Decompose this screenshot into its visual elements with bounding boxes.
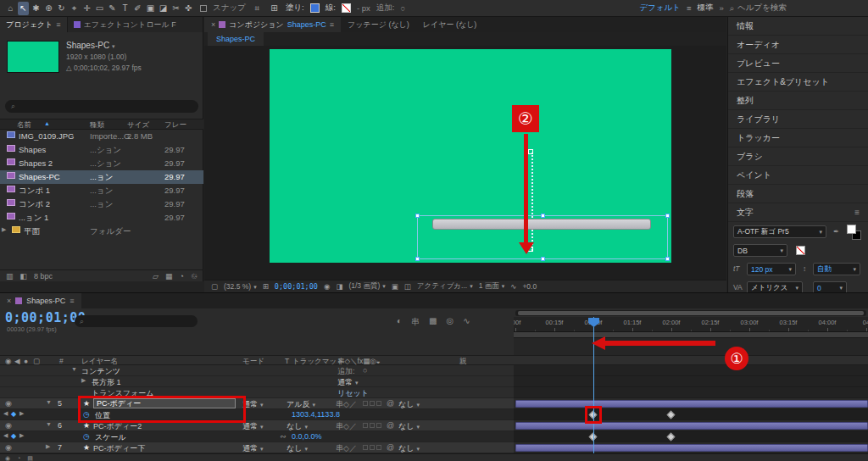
twirl-open-icon[interactable]: ▼ xyxy=(46,421,52,427)
panel-audio[interactable]: オーディオ xyxy=(728,36,868,54)
row-rectangle-group[interactable]: ▶ 長方形 1 通常▾ xyxy=(0,376,868,387)
puppet-pin-tool-icon[interactable]: ✜ xyxy=(183,2,194,15)
new-folder-icon[interactable]: ▱ xyxy=(153,272,159,280)
panel-libraries[interactable]: ライブラリ xyxy=(728,110,868,129)
tab-composition[interactable]: × コンポジション Shapes-PC ≡ xyxy=(204,17,341,32)
next-keyframe-icon[interactable]: ▶ xyxy=(19,410,24,417)
panel-info[interactable]: 情報 xyxy=(728,17,868,36)
tracking-dropdown[interactable]: 0▾ xyxy=(813,281,847,292)
home-icon[interactable]: ⌂ xyxy=(5,2,16,15)
project-item-row[interactable]: Shapes ...ション 29.97 xyxy=(0,143,203,157)
hand-tool-icon[interactable]: ✱ xyxy=(31,2,42,15)
resolution-dropdown[interactable]: (1/3 画質)▾ xyxy=(348,281,385,292)
font-style-dropdown[interactable]: DB▾ xyxy=(733,244,787,257)
no-color-swatch[interactable] xyxy=(796,246,805,255)
switch-checkbox[interactable] xyxy=(363,423,368,428)
close-icon[interactable]: × xyxy=(211,20,215,29)
switch-checkbox[interactable] xyxy=(363,445,368,450)
active-item-name[interactable]: Shapes-PC ▾ xyxy=(66,40,142,52)
panel-effects-presets[interactable]: エフェクト&プリセット xyxy=(728,73,868,92)
shy-layers-icon[interactable]: 串 xyxy=(411,316,420,328)
interpret-footage-icon[interactable]: ▥ xyxy=(6,272,14,280)
column-matte-t[interactable]: T xyxy=(285,357,289,365)
keyframe[interactable] xyxy=(667,411,676,419)
add-circle-icon[interactable]: ○ xyxy=(363,366,367,375)
shape-tool-icon[interactable]: ▭ xyxy=(94,2,105,15)
switch-checkbox[interactable] xyxy=(376,423,381,428)
keyframe[interactable] xyxy=(667,433,676,442)
parent-pickwhip-icon[interactable]: @ xyxy=(387,399,394,408)
eye-icon[interactable]: ◉ xyxy=(5,443,12,452)
panel-paragraph[interactable]: 段落 xyxy=(728,185,868,203)
magnification-dropdown[interactable]: (32.5 %)▾ xyxy=(224,282,257,291)
parent-pickwhip-icon[interactable]: @ xyxy=(387,421,394,430)
help-search-input[interactable]: ⌕ ヘルプを検索 xyxy=(730,3,787,14)
position-value[interactable]: 1303.4,1133.8 xyxy=(292,410,340,419)
mask-grid-icon[interactable]: ⌗ xyxy=(252,2,263,15)
delete-icon[interactable]: ♲ xyxy=(191,272,198,280)
panel-menu-icon[interactable]: ≡ xyxy=(70,297,74,305)
add-circle-icon[interactable]: ○ xyxy=(400,3,405,13)
selection-handle[interactable] xyxy=(415,257,420,261)
snapshot-icon[interactable]: ◉ xyxy=(324,282,330,291)
project-item-row[interactable]: Shapes 2 ...ション 29.97 xyxy=(0,157,203,170)
timeline-tab-shapes-pc[interactable]: × Shapes-PC ≡ xyxy=(0,293,81,308)
work-area-bar[interactable] xyxy=(514,332,868,338)
stroke-color-swatch[interactable] xyxy=(342,3,351,13)
motion-blur-icon[interactable]: ◎ xyxy=(447,316,454,328)
panel-menu-icon[interactable]: ≡ xyxy=(854,208,860,217)
leading-dropdown[interactable]: 自動▾ xyxy=(813,263,860,275)
pan-behind-tool-icon[interactable]: ✛ xyxy=(81,2,92,15)
parent-pickwhip-icon[interactable]: @ xyxy=(387,443,394,452)
selection-handle[interactable] xyxy=(415,214,420,218)
previous-keyframe-icon[interactable]: ◀ xyxy=(3,410,8,417)
tab-layer[interactable]: レイヤー (なし) xyxy=(416,17,484,32)
switch-checkbox[interactable] xyxy=(370,423,375,428)
timeline-search-input[interactable]: ⌕ xyxy=(75,315,198,327)
roi-icon[interactable]: ▣ xyxy=(392,282,398,291)
kerning-dropdown[interactable]: メトリクス▾ xyxy=(747,281,803,292)
pc-body-shape[interactable] xyxy=(432,219,651,230)
composition-stage[interactable]: ② xyxy=(270,49,671,263)
grid-icon[interactable]: ⊞ xyxy=(263,282,269,291)
graph-editor-icon[interactable]: ∿ xyxy=(463,316,470,328)
fast-preview-icon[interactable]: ∿ xyxy=(510,282,516,291)
project-list-header[interactable]: 名前 ▲ 種類 サイズ フレー xyxy=(0,119,203,130)
exposure-value[interactable]: +0.0 xyxy=(522,282,537,291)
eye-icon[interactable]: ◉ xyxy=(5,421,12,430)
workspace-menu-icon[interactable]: ≡ xyxy=(687,3,692,13)
zoom-tool-icon[interactable]: ⊕ xyxy=(43,2,54,15)
previous-keyframe-icon[interactable]: ◀ xyxy=(3,432,8,439)
project-item-row[interactable]: IMG_0109.JPG Importe...G 2.8 MB xyxy=(0,130,203,143)
fill-color-swatch[interactable] xyxy=(847,225,856,234)
fill-color-swatch[interactable] xyxy=(310,3,320,13)
switch-checkbox[interactable] xyxy=(370,401,375,406)
view-layout-dropdown[interactable]: 1 画面▾ xyxy=(479,281,505,292)
tab-project[interactable]: プロジェクト ≡ xyxy=(0,17,67,32)
selection-handle[interactable] xyxy=(541,257,545,261)
pen-tool-icon[interactable]: ✎ xyxy=(107,2,118,15)
project-item-row-selected[interactable]: Shapes-PC ...ョン 29.97 xyxy=(0,170,203,184)
project-item-row[interactable]: コンポ 2 ...ョン 29.97 xyxy=(0,197,203,211)
selection-handle[interactable] xyxy=(541,214,545,218)
panel-brushes[interactable]: ブラシ xyxy=(728,147,868,166)
expand-in-out-icon[interactable]: ▤ xyxy=(27,455,33,461)
eye-icon[interactable]: ◉ xyxy=(5,399,12,408)
twirl-open-icon[interactable]: ▼ xyxy=(71,366,77,372)
switch-checkbox[interactable] xyxy=(376,401,381,406)
time-ruler[interactable]: :00f 00:15f 01:00f 01:15f 02:00f 02:15f … xyxy=(514,317,868,332)
snap-checkbox[interactable] xyxy=(200,5,207,12)
font-size-dropdown[interactable]: 120 px▾ xyxy=(747,263,796,275)
current-time-display[interactable]: 0;00;01;00 xyxy=(5,310,86,325)
quality-toggle-icon[interactable]: ◐ xyxy=(397,316,402,328)
roto-brush-tool-icon[interactable]: ✂ xyxy=(170,2,181,15)
workspace-overflow-icon[interactable]: » xyxy=(719,3,723,13)
stopwatch-icon[interactable]: ◷ xyxy=(83,432,90,441)
expand-transfer-controls-icon[interactable]: ◔ xyxy=(17,455,20,461)
scale-value[interactable]: 0.0,0.0% xyxy=(292,432,322,441)
frame-blend-icon[interactable]: ▩ xyxy=(429,316,437,328)
project-item-row[interactable]: ...ョン 1 29.97 xyxy=(0,211,203,225)
switch-checkbox[interactable] xyxy=(363,401,368,406)
project-item-row[interactable]: ▶ 平面 フォルダー xyxy=(0,225,203,238)
composition-viewer[interactable]: ② xyxy=(204,46,726,280)
